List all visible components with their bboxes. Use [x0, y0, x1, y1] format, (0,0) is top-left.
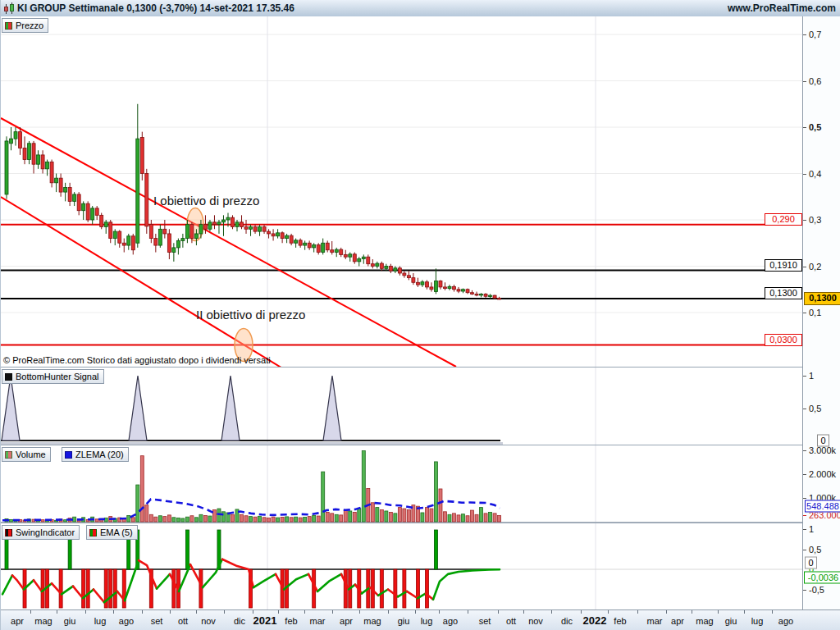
ema5-line: [94, 590, 104, 603]
price-chart-panel[interactable]: [1, 16, 802, 368]
legend-swingindicator-label: SwingIndicator: [16, 527, 75, 537]
time-tick: [637, 610, 638, 614]
price-axis-label: 0,1: [809, 308, 821, 317]
volume-bar: [158, 516, 162, 522]
volume-bar: [322, 472, 325, 522]
volume-bar: [290, 518, 293, 522]
volume-bar: [199, 514, 203, 522]
month-label: feb: [285, 616, 297, 626]
zlema-value-badge: 548.488: [805, 500, 840, 513]
volume-axis-label: 2.000k: [809, 469, 836, 479]
candle-body: [221, 220, 225, 222]
legend-volume[interactable]: Volume: [2, 447, 51, 462]
candle-body: [32, 144, 35, 164]
ema-value-badge: -0,0036: [804, 572, 840, 584]
candle-body: [100, 215, 103, 226]
legend-swingindicator[interactable]: SwingIndicator: [2, 525, 80, 540]
candle-body: [394, 268, 397, 271]
volume-bar: [231, 514, 235, 522]
volume-bar: [154, 517, 158, 522]
legend-zlema[interactable]: ZLEMA (20): [62, 447, 129, 462]
value-axis[interactable]: 0,70,60,50,40,30,20,10,130010,503.000k2.…: [802, 16, 840, 609]
candle-body: [267, 231, 271, 234]
legend-prezzo-label: Prezzo: [16, 21, 43, 30]
candle-body: [136, 139, 139, 243]
candle-body: [194, 234, 198, 239]
month-label: mag: [696, 616, 713, 626]
ema5-line: [179, 564, 190, 591]
legend-bottomhunter-label: BottomHunter Signal: [16, 372, 99, 381]
volume-bar: [448, 514, 451, 522]
signal-spike: [221, 376, 240, 441]
panel-separator: [1, 523, 802, 523]
time-axis[interactable]: aprmaggiulugagosetottnovdic2021febmarapr…: [1, 609, 840, 630]
volume-bar: [41, 520, 44, 522]
volume-bar: [140, 456, 144, 522]
candle-body: [430, 287, 433, 290]
volume-bar: [466, 516, 469, 522]
volume-bar: [181, 518, 185, 522]
volume-bar: [430, 509, 433, 522]
axis-tick: [803, 409, 806, 409]
swing-bar-down: [380, 569, 383, 608]
volume-bar: [452, 514, 455, 522]
candle-body: [185, 225, 189, 239]
volume-bar: [421, 513, 424, 522]
volume-bar: [394, 514, 397, 522]
candle-body: [140, 137, 144, 173]
month-label: apr: [340, 616, 353, 626]
axis-tick: [803, 127, 806, 128]
candle-body: [262, 226, 266, 231]
candle-body: [285, 235, 289, 238]
volume-bar: [398, 508, 401, 522]
candle-body: [118, 231, 121, 243]
candle-body: [434, 281, 437, 292]
candle-body: [322, 243, 325, 252]
candle-body: [443, 287, 446, 289]
candle-body: [299, 240, 302, 245]
bottomhunter-panel[interactable]: [1, 368, 802, 445]
volume-bar: [172, 518, 176, 522]
time-tick: [304, 610, 305, 614]
swing-bar-down: [403, 569, 406, 608]
volume-bar: [484, 514, 487, 522]
month-label: nov: [201, 616, 216, 626]
legend-prezzo[interactable]: Prezzo: [2, 18, 48, 33]
swing-bar-up: [434, 530, 437, 569]
legend-bottomhunter[interactable]: BottomHunter Signal: [2, 369, 104, 384]
candle-body: [317, 245, 320, 253]
candle-body: [235, 222, 239, 227]
legend-ema[interactable]: EMA (5): [86, 525, 138, 540]
time-tick: [439, 610, 440, 614]
candle-body: [46, 162, 49, 168]
volume-bar: [493, 514, 496, 522]
time-tick: [415, 610, 416, 614]
prorealtime-link[interactable]: www.ProRealTime.com: [728, 2, 836, 14]
price-level-label[interactable]: 0,1910: [765, 259, 802, 272]
trend-line[interactable]: [1, 118, 456, 367]
time-tick: [196, 610, 197, 614]
price-level-label[interactable]: 0,0300: [765, 334, 802, 346]
candle-body: [176, 240, 180, 247]
candle-body: [484, 294, 487, 296]
swingindicator-icon: [5, 529, 12, 536]
axis-tick: [803, 220, 806, 221]
month-label: ago: [778, 616, 793, 626]
candle-body: [167, 234, 171, 253]
candle-body: [493, 295, 496, 298]
swing-value-badge: 0: [805, 557, 817, 569]
swing-bar-down: [122, 569, 126, 608]
last-price-badge: 0,1300: [804, 292, 840, 305]
time-tick: [332, 610, 333, 614]
candle-body: [389, 267, 392, 272]
candle-body: [23, 148, 26, 159]
zlema-icon: [65, 451, 72, 459]
swing-bar-down: [59, 569, 62, 608]
volume-bar: [380, 510, 383, 523]
time-tick: [170, 610, 171, 614]
price-level-label[interactable]: 0,290: [765, 213, 802, 226]
volume-bar: [457, 515, 460, 522]
volume-bar: [489, 512, 492, 522]
candle-body: [14, 132, 17, 139]
price-level-label[interactable]: 0,1300: [765, 287, 802, 299]
